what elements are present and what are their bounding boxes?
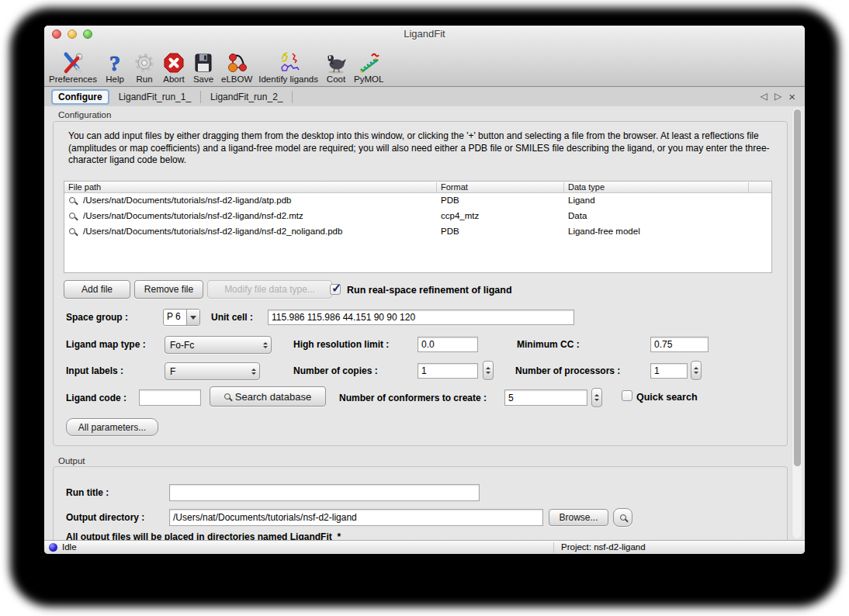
num-processors-stepper[interactable] [691,361,702,380]
num-copies-field[interactable]: 1 [418,363,478,379]
run-title-field[interactable] [169,484,480,501]
unit-cell-label: Unit cell : [211,312,253,323]
coot-button[interactable]: Coot [324,51,348,84]
num-copies-stepper[interactable] [483,361,494,380]
toolbar: Preferences ? Help Run [44,43,805,86]
realspace-refinement-label[interactable]: Run real-space refinement of ligand [347,285,512,296]
run-icon [133,51,156,74]
abort-button[interactable]: Abort [162,51,185,84]
scrollbar-thumb[interactable] [794,109,801,466]
minimize-window-button[interactable] [68,29,77,39]
titlebar[interactable]: LigandFit [44,26,805,43]
quick-search-checkbox[interactable] [622,390,632,401]
updown-arrows-icon [251,369,256,375]
table-row[interactable]: /Users/nat/Documents/tutorials/nsf-d2-li… [64,224,771,240]
data-type-cell: Ligand-free model [568,227,640,236]
close-window-button[interactable] [52,29,61,39]
table-row[interactable]: /Users/nat/Documents/tutorials/nsf-d2-li… [64,193,771,209]
num-conformers-label: Number of conformers to create : [339,393,487,403]
configuration-section-label: Configuration [58,110,111,119]
input-files-description: You can add input files by either draggi… [68,130,771,167]
space-group-value: P 6 [164,310,186,325]
input-labels-value: F [170,366,251,377]
status-text: Idle [62,541,77,554]
column-divider [436,182,437,192]
toolbar-item-label: PyMOL [354,74,383,84]
pymol-button[interactable]: PyMOL [354,51,383,84]
open-directory-button[interactable] [613,508,632,527]
search-database-button[interactable]: Search database [210,386,326,407]
elbow-button[interactable]: eLBOW [221,51,252,84]
toolbar-item-label: Identify ligands [258,74,318,84]
tab-separator [292,91,293,103]
tab-close-icon[interactable]: × [788,87,795,106]
file-path-cell: /Users/nat/Documents/tutorials/nsf-d2-li… [83,227,342,236]
magnifier-icon[interactable] [69,213,75,219]
table-row[interactable]: /Users/nat/Documents/tutorials/nsf-d2-li… [64,209,771,224]
magnifier-icon[interactable] [69,228,75,234]
num-conformers-field[interactable]: 5 [504,389,587,406]
output-note: All output files will be placed in direc… [66,531,341,540]
preferences-button[interactable]: Preferences [49,51,97,84]
num-conformers-stepper[interactable] [591,388,602,407]
tab-ligandfit-run-2[interactable]: LigandFit_run_2_ [201,88,292,106]
num-processors-label: Number of processors : [515,365,620,376]
ligand-code-field[interactable] [139,389,201,406]
statusbar: Idle Project: nsf-d2-ligand [44,540,805,554]
remove-file-button[interactable]: Remove file [134,280,203,299]
identify-ligands-icon [277,51,300,74]
tab-scroll-right-icon[interactable]: ▷ [774,87,781,106]
format-cell: PDB [441,196,459,205]
toolbar-item-label: Help [106,74,124,84]
quick-search-label[interactable]: Quick search [636,392,698,403]
tab-ligandfit-run-1[interactable]: LigandFit_run_1_ [109,88,200,106]
file-path-cell: /Users/nat/Documents/tutorials/nsf-d2-li… [83,211,303,220]
elbow-icon [225,51,248,74]
high-res-limit-label: High resolution limit : [293,339,389,350]
browse-button[interactable]: Browse... [549,509,608,526]
toolbar-item-label: Run [136,74,152,84]
vertical-scrollbar[interactable] [792,108,802,538]
column-header-data-type[interactable]: Data type [568,182,605,192]
unit-cell-field[interactable]: 115.986 115.986 44.151 90 90 120 [268,310,574,325]
toolbar-item-label: eLBOW [221,74,252,84]
search-database-label: Search database [235,391,311,403]
save-button[interactable]: Save [192,51,215,84]
chevron-down-icon[interactable] [186,310,199,325]
data-type-cell: Data [568,211,587,220]
input-labels-popup[interactable]: F [165,362,260,380]
modify-file-data-type-button[interactable]: Modify file data type... [207,280,332,299]
minimum-cc-field[interactable]: 0.75 [650,337,709,352]
magnifier-icon[interactable] [69,197,75,203]
realspace-refinement-checkbox[interactable]: ✓ [330,284,341,295]
ligand-map-type-popup[interactable]: Fo-Fc [165,336,272,354]
num-copies-label: Number of copies : [293,365,378,376]
svg-text:?: ? [109,51,120,74]
help-button[interactable]: ? Help [103,51,126,84]
all-parameters-button[interactable]: All parameters... [66,418,158,436]
identify-ligands-button[interactable]: Identify ligands [258,51,318,84]
save-icon [192,51,215,74]
space-group-combobox[interactable]: P 6 [163,309,200,326]
zoom-window-button[interactable] [83,29,92,39]
column-header-file-path[interactable]: File path [68,182,101,192]
output-directory-label: Output directory : [66,512,144,523]
input-files-table[interactable]: File path Format Data type /Users/nat/Do… [64,181,772,273]
high-res-limit-field[interactable]: 0.0 [418,337,478,352]
output-directory-field[interactable]: /Users/nat/Documents/tutorials/nsf-d2-li… [169,509,543,526]
minimum-cc-label: Minimum CC : [517,339,580,350]
format-cell: ccp4_mtz [441,211,479,220]
configure-page: Configuration You can add input files by… [44,106,805,540]
tab-configure[interactable]: Configure [51,89,109,105]
column-divider [563,182,564,192]
toolbar-item-label: Abort [163,74,185,84]
input-labels-label: Input labels : [66,365,123,376]
tab-scroll-left-icon[interactable]: ◁ [761,87,768,106]
run-button[interactable]: Run [133,51,156,84]
add-file-button[interactable]: Add file [64,280,130,299]
coot-icon [324,51,348,74]
tab-nav-controls: ◁ ▷ × [761,87,795,106]
column-header-format[interactable]: Format [441,182,468,192]
num-processors-field[interactable]: 1 [650,363,688,379]
toolbar-item-label: Save [193,74,213,84]
